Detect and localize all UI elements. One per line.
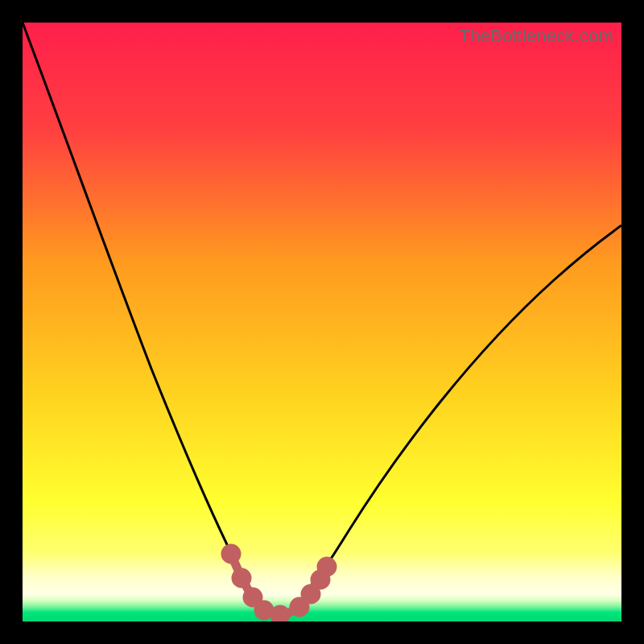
svg-point-3 [247, 592, 258, 603]
curve-layer [23, 23, 621, 621]
chart-frame: TheBottleneck.com [0, 0, 644, 644]
svg-point-9 [321, 561, 332, 572]
bottleneck-curve [23, 23, 621, 614]
svg-point-4 [258, 605, 270, 616]
watermark-text: TheBottleneck.com [459, 26, 613, 47]
svg-point-7 [305, 588, 316, 600]
plot-area: TheBottleneck.com [23, 23, 621, 621]
svg-point-5 [275, 609, 286, 621]
svg-point-2 [236, 572, 247, 584]
svg-point-1 [225, 548, 237, 559]
accent-segment [225, 548, 332, 621]
svg-point-6 [294, 601, 305, 613]
